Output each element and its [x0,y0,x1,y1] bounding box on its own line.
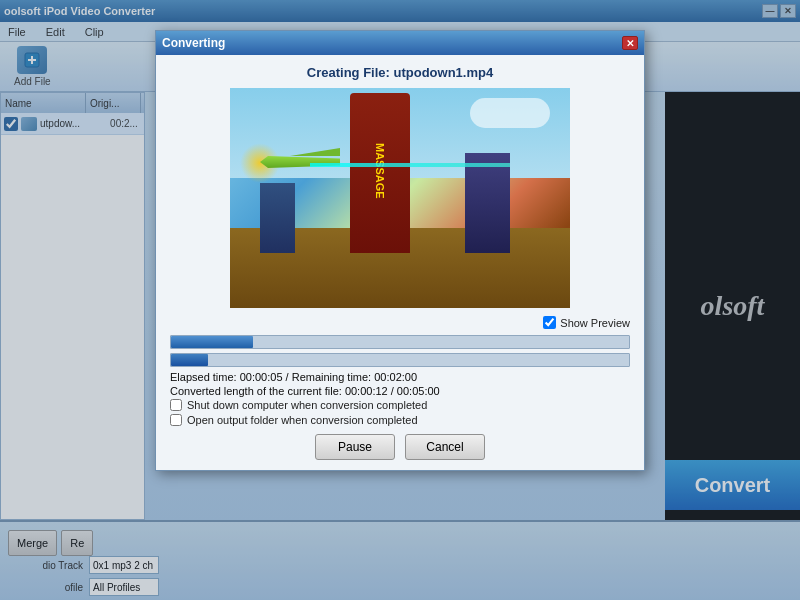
aircraft-wing [290,148,340,156]
shutdown-checkbox-row: Shut down computer when conversion compl… [170,399,630,411]
building-2 [465,153,510,253]
converting-dialog: Converting ✕ Creating File: utpodown1.mp… [155,30,645,471]
building-3 [260,183,295,253]
show-preview-checkbox[interactable] [543,316,556,329]
creating-file-label: Creating File: utpodown1.mp4 [170,65,630,80]
show-preview-label: Show Preview [560,317,630,329]
progress-fill-2 [171,354,208,366]
app-window: oolsoft iPod Video Converter — ✕ File Ed… [0,0,800,600]
dialog-buttons: Pause Cancel [170,434,630,460]
cancel-button[interactable]: Cancel [405,434,485,460]
elapsed-time-text: Elapsed time: 00:00:05 / Remaining time:… [170,371,630,383]
laser-beam [310,163,510,167]
clouds [470,98,550,128]
open-folder-checkbox[interactable] [170,414,182,426]
dialog-title-bar: Converting ✕ [156,31,644,55]
dialog-title: Converting [162,36,225,50]
show-preview-row: Show Preview [170,316,630,329]
progress-fill-1 [171,336,253,348]
open-folder-label: Open output folder when conversion compl… [187,414,418,426]
preview-image: MASSAGE [230,88,570,308]
progress-bar-1 [170,335,630,349]
open-folder-checkbox-row: Open output folder when conversion compl… [170,414,630,426]
shutdown-label: Shut down computer when conversion compl… [187,399,427,411]
dialog-overlay: Converting ✕ Creating File: utpodown1.mp… [0,0,800,600]
progress-bar-2 [170,353,630,367]
dialog-close-button[interactable]: ✕ [622,36,638,50]
pause-button[interactable]: Pause [315,434,395,460]
shutdown-checkbox[interactable] [170,399,182,411]
dialog-body: Creating File: utpodown1.mp4 MASSAGE [156,55,644,470]
converted-length-text: Converted length of the current file: 00… [170,385,630,397]
